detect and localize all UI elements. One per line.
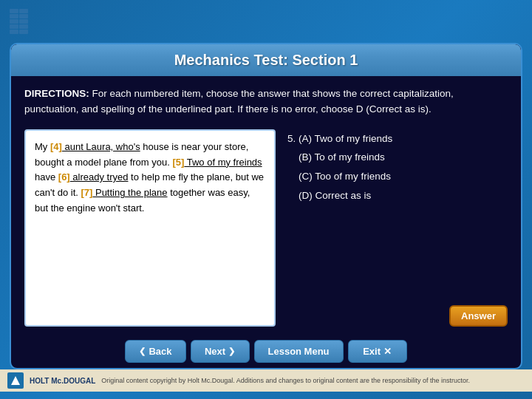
next-arrow: ❯ <box>228 347 235 356</box>
option-b: (B) To of my freinds <box>287 148 508 167</box>
footer-logo: HOLT Mc.DOUGAL <box>30 377 95 385</box>
next-label: Next <box>205 346 225 357</box>
main-card: Mechanics Test: Section 1 DIRECTIONS: Fo… <box>10 43 522 369</box>
option-c-text: Too of my friends <box>315 171 391 182</box>
num4: [4] <box>50 141 62 152</box>
page-title: Mechanics Test: Section 1 <box>174 52 358 68</box>
options-list: 5. (A) Two of my friends (B) To of my fr… <box>287 129 508 205</box>
brand-name: HOLT Mc.DOUGAL <box>30 377 95 385</box>
next-button[interactable]: Next ❯ <box>191 340 250 363</box>
passage-intro: My <box>35 141 50 152</box>
passage-part1: aunt Laura, who's <box>62 141 140 152</box>
card-title: Mechanics Test: Section 1 <box>11 44 521 76</box>
option-a: 5. (A) Two of my friends <box>287 129 508 149</box>
num5: [5] <box>172 157 184 168</box>
footer-bar: HOLT Mc.DOUGAL Original content copyrigh… <box>0 369 532 392</box>
directions-text: DIRECTIONS: For each numbered item, choo… <box>24 86 508 117</box>
option-c-letter: (C) <box>299 171 313 182</box>
question-number: 5. <box>287 133 296 144</box>
lesson-menu-label: Lesson Menu <box>268 346 330 357</box>
passage-part2: Two of my freinds <box>184 157 262 168</box>
passage-part4: Putting the plane <box>92 187 167 198</box>
option-d-text: Correct as is <box>316 190 372 201</box>
content-area: My [4] aunt Laura, who's house is near y… <box>24 129 508 327</box>
footer-copyright: Original content copyright by Holt Mc.Do… <box>101 377 470 384</box>
exit-button[interactable]: Exit ✕ <box>348 340 407 363</box>
num6: [6] <box>58 171 70 183</box>
option-b-letter: (B) <box>299 151 312 163</box>
num7: [7] <box>81 187 92 198</box>
passage-part3: already tryed <box>70 171 129 183</box>
app-wrapper: Mechanics Test: Section 1 DIRECTIONS: Fo… <box>0 0 532 399</box>
option-a-letter: (A) <box>299 133 312 144</box>
back-button[interactable]: ❮ Back <box>125 340 185 363</box>
holt-icon <box>7 372 24 389</box>
option-d-letter: (D) <box>299 190 313 201</box>
svg-marker-0 <box>11 376 20 385</box>
back-arrow: ❮ <box>139 347 146 356</box>
passage-box: My [4] aunt Laura, who's house is near y… <box>24 129 276 327</box>
option-a-text: Two of my friends <box>315 133 393 144</box>
directions-label: DIRECTIONS: <box>24 88 89 99</box>
exit-label: Exit <box>363 346 381 357</box>
option-b-text: To of my freinds <box>315 151 385 163</box>
answer-button[interactable]: Answer <box>449 305 508 327</box>
question-area: 5. (A) Two of my friends (B) To of my fr… <box>287 129 508 327</box>
card-body: DIRECTIONS: For each numbered item, choo… <box>11 76 521 334</box>
directions-body: For each numbered item, choose the answe… <box>24 88 454 115</box>
back-label: Back <box>149 346 171 357</box>
holt-svg <box>10 375 21 386</box>
option-c: (C) Too of my friends <box>287 167 508 186</box>
lesson-menu-button[interactable]: Lesson Menu <box>254 340 344 363</box>
exit-icon: ✕ <box>383 346 392 357</box>
option-d: (D) Correct as is <box>287 186 508 205</box>
bottom-bar: ❮ Back Next ❯ Lesson Menu Exit ✕ <box>11 334 521 368</box>
grid-icon <box>10 9 30 38</box>
passage-part2-rest: have <box>35 171 58 183</box>
